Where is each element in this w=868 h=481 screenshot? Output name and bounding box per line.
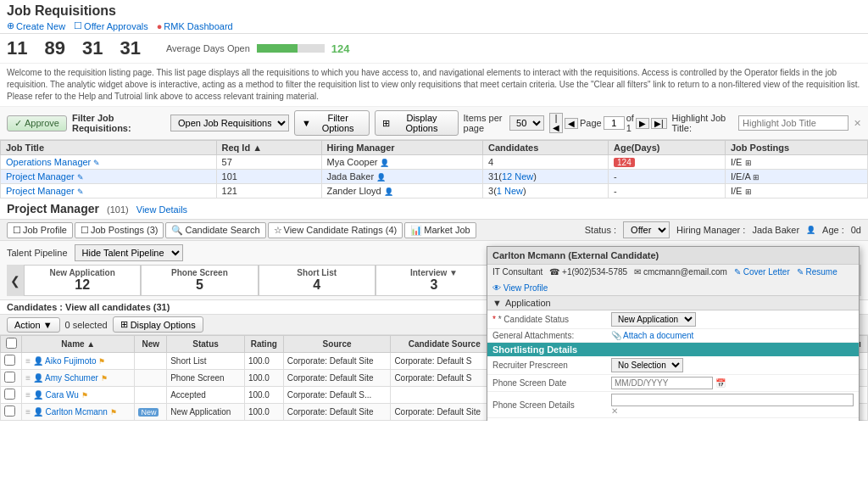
overlay-view-profile-link[interactable]: 👁 View Profile xyxy=(492,283,548,293)
overlay-panel: Carlton Mcmann (External Candidate) IT C… xyxy=(487,246,860,421)
clear-icon[interactable]: ✕ xyxy=(611,406,618,416)
approve-button[interactable]: ✓ Approve xyxy=(7,115,67,131)
overlay-email-text: ✉ cmcmann@email.com xyxy=(634,267,727,277)
tab-candidate-search[interactable]: 🔍 Candidate Search xyxy=(165,222,265,238)
col-job-postings: Job Postings xyxy=(725,141,867,155)
table-row[interactable]: Project Manager ✎ 101 Jada Baker 👤 31(12… xyxy=(1,170,868,184)
rating-cell: 100.0 xyxy=(244,353,283,370)
col-age: Age(Days) xyxy=(609,141,726,155)
pipeline-prev-button[interactable]: ❮ xyxy=(7,265,24,296)
next-page-button[interactable]: ▶ xyxy=(636,118,649,129)
first-page-button[interactable]: |◀ xyxy=(549,113,563,133)
detail-title: Project Manager xyxy=(7,202,99,215)
items-per-page-select[interactable]: 50 xyxy=(509,115,544,131)
tab-job-profile[interactable]: ☐ Job Profile xyxy=(7,222,73,238)
stage-phone-screen[interactable]: Phone Screen 5 xyxy=(141,265,258,296)
hiring-manager-shortlist-label: Hiring Manager Short-List Rating xyxy=(492,420,611,421)
stage-short-list[interactable]: Short List 4 xyxy=(259,265,376,296)
selected-count: 0 selected xyxy=(65,320,108,330)
stage-interview[interactable]: Interview ▼ 3 xyxy=(376,265,492,296)
manager-cell: Jada Baker 👤 xyxy=(321,170,483,184)
create-new-link[interactable]: ⊕ Create New xyxy=(7,20,65,31)
manager-cell: Mya Cooper 👤 xyxy=(321,155,483,170)
candidate-name-link[interactable]: Aiko Fujimoto xyxy=(45,356,97,366)
overlay-role: IT Consultant xyxy=(492,267,542,277)
phone-screen-details-input[interactable] xyxy=(611,394,854,406)
page-title: Job Requisitions xyxy=(7,3,861,19)
application-section-toggle[interactable]: ▼ Application xyxy=(487,296,859,310)
select-all-checkbox[interactable] xyxy=(6,338,17,349)
filter-select[interactable]: Open Job Requisitions xyxy=(170,115,289,131)
page-of-label: of 1 xyxy=(626,113,634,133)
edit-icon: ✎ xyxy=(77,187,84,196)
display-options-button[interactable]: ⊞ Display Options xyxy=(375,110,458,136)
last-page-button[interactable]: ▶| xyxy=(651,118,667,129)
row-checkbox[interactable] xyxy=(4,405,15,417)
page-input[interactable] xyxy=(604,116,625,130)
clear-highlight-icon[interactable]: ✕ xyxy=(854,118,861,129)
status-select[interactable]: Offer xyxy=(623,221,670,238)
doc-icon: ☐ xyxy=(81,225,89,236)
col-status: Status xyxy=(167,336,245,353)
doc-icon: ☐ xyxy=(74,20,82,31)
overlay-cover-letter-link[interactable]: ✎ Cover Letter xyxy=(734,267,790,277)
highlight-input[interactable] xyxy=(738,115,849,131)
view-details-link[interactable]: View Details xyxy=(136,204,187,215)
prev-page-button[interactable]: ◀ xyxy=(565,118,578,129)
source-cell: Corporate: Default S... xyxy=(283,387,391,404)
pipeline-select[interactable]: Hide Talent Pipeline xyxy=(75,244,183,261)
manager-icon: 👤 xyxy=(380,159,389,167)
rmk-dashboard-link[interactable]: ● RMK Dashboard xyxy=(157,21,233,31)
table-row[interactable]: Operations Manager ✎ 57 Mya Cooper 👤 4 1… xyxy=(1,155,868,170)
postings-cell: I/E ⊞ xyxy=(725,184,867,199)
plus-icon: ⊕ xyxy=(7,20,14,31)
candidate-name-link[interactable]: Carlton Mcmann xyxy=(46,407,108,417)
overlay-resume-link[interactable]: ✎ Resume xyxy=(797,267,837,277)
row-checkbox[interactable] xyxy=(4,355,15,366)
filter-label: Filter Job Requisitions: xyxy=(72,113,165,133)
col-checkbox xyxy=(1,336,22,353)
candidate-name-link[interactable]: Cara Wu xyxy=(46,390,79,400)
search-icon: 🔍 xyxy=(171,225,183,236)
row-checkbox[interactable] xyxy=(4,389,15,400)
row-checkbox[interactable] xyxy=(4,372,15,383)
stat-count-4: 31 xyxy=(120,37,140,59)
col-source: Source xyxy=(283,336,391,353)
avg-days-value: 124 xyxy=(331,42,350,55)
candidate-status-select[interactable]: New Application xyxy=(611,312,696,327)
phone-screen-date-input[interactable] xyxy=(611,377,713,389)
offer-approvals-link[interactable]: ☐ Offer Approvals xyxy=(74,20,148,31)
req-title-link[interactable]: Operations Manager xyxy=(6,157,91,167)
rating-cell: 100.0 xyxy=(244,387,283,404)
attach-document-link[interactable]: 📎 Attach a document xyxy=(611,331,854,340)
recruiter-prescreen-select[interactable]: No Selection xyxy=(611,358,683,372)
display-options-candidates-button[interactable]: ⊞ Display Options xyxy=(113,316,203,333)
candidate-actions-icon: ≡ xyxy=(25,356,31,366)
items-per-page-label: Items per page xyxy=(464,113,506,133)
new-cell xyxy=(135,370,167,387)
col-hiring-manager: Hiring Manager xyxy=(321,141,483,155)
tab-market-job[interactable]: 📊 Market Job xyxy=(404,222,476,238)
flag-icon: ⚑ xyxy=(110,408,117,417)
req-title-link[interactable]: Project Manager xyxy=(6,186,75,196)
filter-options-button[interactable]: ▼ Filter Options xyxy=(294,110,370,136)
overlay-candidate-type: (External Candidate) xyxy=(568,250,659,260)
edit-icon: ✎ xyxy=(77,173,84,182)
postings-cell: I/E ⊞ xyxy=(725,155,867,170)
table-row[interactable]: Project Manager ✎ 121 Zander Lloyd 👤 3(1… xyxy=(1,184,868,199)
col-candidates: Candidates xyxy=(483,141,609,155)
calendar-icon[interactable]: 📅 xyxy=(715,378,726,388)
avg-days-bar xyxy=(257,44,325,53)
detail-req-num: (101) xyxy=(107,204,129,215)
postings-cell: I/E/A ⊞ xyxy=(725,170,867,184)
tab-candidate-ratings[interactable]: ☆ View Candidate Ratings (4) xyxy=(268,222,403,238)
candidates-cell: 4 xyxy=(483,155,609,170)
req-title-link[interactable]: Project Manager xyxy=(6,171,75,182)
manager-cell: Zander Lloyd 👤 xyxy=(321,184,483,199)
stat-count-2: 89 xyxy=(44,37,64,59)
person-icon: 👤 xyxy=(33,356,43,366)
tab-job-postings[interactable]: ☐ Job Postings (3) xyxy=(75,222,164,238)
action-button[interactable]: Action ▼ xyxy=(7,317,60,333)
candidate-name-link[interactable]: Amy Schumer xyxy=(45,373,98,383)
stage-new-application[interactable]: New Application 12 xyxy=(24,265,141,296)
